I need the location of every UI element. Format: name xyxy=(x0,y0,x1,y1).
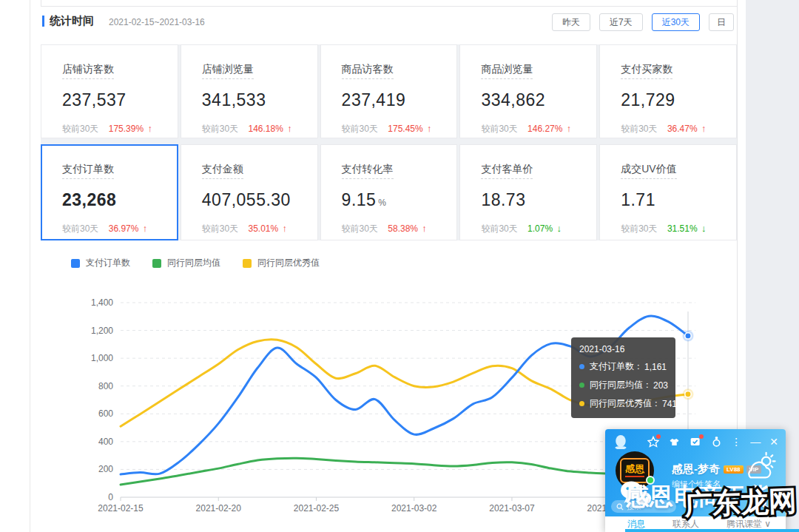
delta-percent: 35.01% xyxy=(249,223,279,234)
delta-percent: 1.07% xyxy=(527,223,553,234)
svg-text:2021-03-02: 2021-03-02 xyxy=(391,503,437,514)
metric-title: 支付转化率 xyxy=(342,163,394,179)
calendar-icon[interactable] xyxy=(690,436,702,448)
series-line-1 xyxy=(121,458,688,485)
metric-value: 237,537 xyxy=(62,90,170,110)
metric-card[interactable]: 商品访客数 237,419 较前30天 175.45% ↑ xyxy=(320,44,458,138)
metric-value: 18.73 xyxy=(481,190,589,210)
delta-arrow-icon: ↑ xyxy=(283,223,288,234)
legend-swatch xyxy=(71,259,80,268)
tooltip-date: 2021-03-16 xyxy=(579,344,667,354)
compare-label: 较前30天 xyxy=(202,124,238,134)
metric-title: 支付买家数 xyxy=(621,63,672,79)
svg-text:2021-02-15: 2021-02-15 xyxy=(98,503,144,514)
delta-arrow-icon: ↑ xyxy=(143,223,148,234)
delta-percent: 175.45% xyxy=(388,124,422,134)
metric-card[interactable]: 支付转化率 9.15% 较前30天 58.38% ↑ xyxy=(320,144,458,240)
metric-value: 23,268 xyxy=(62,190,170,210)
menu-dots-icon[interactable]: ⋮ xyxy=(731,437,741,447)
legend-label: 同行同层均值 xyxy=(167,257,220,269)
metric-card[interactable]: 支付买家数 21,729 较前30天 36.47% ↑ xyxy=(599,44,737,138)
compare-label: 较前30天 xyxy=(481,124,517,134)
metric-card[interactable]: 支付订单数 23,268 较前30天 36.97% ↑ xyxy=(41,144,178,240)
compare-label: 较前30天 xyxy=(342,124,378,134)
tooltip-series-label: 支付订单数 xyxy=(590,360,634,373)
metric-card[interactable]: 支付金额 407,055.30 较前30天 35.01% ↑ xyxy=(181,144,318,240)
delta-percent: 146.18% xyxy=(249,124,283,134)
metric-title: 店铺访客数 xyxy=(62,63,114,79)
legend-item[interactable]: 支付订单数 xyxy=(71,257,130,269)
metric-value: 9.15% xyxy=(342,190,450,210)
legend-label: 同行同层优秀值 xyxy=(257,257,320,269)
svg-text:1,200: 1,200 xyxy=(91,326,113,336)
delta-percent: 36.47% xyxy=(667,124,698,134)
time-range-buttons: 昨天近7天近30天日 xyxy=(552,13,734,31)
time-range-button[interactable]: 昨天 xyxy=(552,13,590,31)
close-icon[interactable]: ✕ xyxy=(769,437,778,447)
metric-card[interactable]: 成交UV价值 1.71 较前30天 31.51% ↓ xyxy=(599,144,737,240)
clothes-dressup-icon[interactable] xyxy=(668,437,681,447)
svg-text:200: 200 xyxy=(98,464,113,474)
section-accent-bar xyxy=(42,16,44,27)
delta-arrow-icon: ↑ xyxy=(287,123,292,134)
metric-delta: 较前30天 1.07% ↓ xyxy=(481,223,589,235)
delta-percent: 175.39% xyxy=(109,124,144,134)
time-range-button[interactable]: 近7天 xyxy=(599,13,643,31)
delta-percent: 31.51% xyxy=(667,223,698,234)
metric-title: 商品访客数 xyxy=(342,63,394,79)
delta-arrow-icon: ↑ xyxy=(567,123,572,134)
svg-text:2021-02-25: 2021-02-25 xyxy=(294,503,340,514)
delta-arrow-icon: ↑ xyxy=(427,123,432,134)
minimize-icon[interactable]: — xyxy=(750,437,761,447)
metric-delta: 较前30天 175.45% ↑ xyxy=(342,123,450,135)
metric-delta: 较前30天 35.01% ↑ xyxy=(202,223,310,235)
svg-text:广东龙网: 广东龙网 xyxy=(683,485,797,520)
tooltip-series-value: 1,161 xyxy=(644,362,667,372)
legend-item[interactable]: 同行同层优秀值 xyxy=(243,257,320,269)
metric-card[interactable]: 商品浏览量 334,862 较前30天 146.27% ↑ xyxy=(459,44,597,138)
svg-text:800: 800 xyxy=(98,381,113,391)
svg-text:1,000: 1,000 xyxy=(91,353,113,363)
metric-cards-grid: 店铺访客数 237,537 较前30天 175.39% ↑ 店铺浏览量 341,… xyxy=(41,44,737,240)
panel-corner xyxy=(41,0,41,7)
svg-text:2021-03-07: 2021-03-07 xyxy=(489,503,535,514)
delta-percent: 58.38% xyxy=(388,223,418,234)
tooltip-series-dot xyxy=(579,383,584,388)
metric-card[interactable]: 支付客单价 18.73 较前30天 1.07% ↓ xyxy=(459,144,597,240)
metric-card[interactable]: 店铺浏览量 341,533 较前30天 146.18% ↑ xyxy=(181,44,318,138)
date-range-label: 2021-02-15~2021-03-16 xyxy=(109,17,205,27)
tooltip-row: 支付订单数 ： 1,161 xyxy=(579,360,667,373)
tooltip-series-dot xyxy=(579,401,584,406)
tooltip-row: 同行同层优秀值 ： 741 xyxy=(579,397,667,410)
dashboard-screen: 统计时间 2021-02-15~2021-03-16 昨天近7天近30天日 店铺… xyxy=(0,0,799,532)
qq-bottom-strip xyxy=(625,529,799,532)
chart-tooltip: 2021-03-16 支付订单数 ： 1,161 同行同层均值 ： 203 同行… xyxy=(571,337,675,418)
time-range-button[interactable]: 近30天 xyxy=(652,13,700,31)
compare-label: 较前30天 xyxy=(62,124,98,134)
metric-title: 支付客单价 xyxy=(481,163,533,179)
metric-delta: 较前30天 175.39% ↑ xyxy=(62,123,170,135)
metric-delta: 较前30天 146.27% ↑ xyxy=(481,123,589,135)
svg-text:600: 600 xyxy=(98,408,113,419)
delta-arrow-icon: ↓ xyxy=(556,223,562,234)
compare-label: 较前30天 xyxy=(621,223,657,234)
compare-label: 较前30天 xyxy=(621,124,657,134)
svg-text:0: 0 xyxy=(108,492,113,502)
star-favorites-icon[interactable] xyxy=(647,436,659,448)
metric-value: 334,862 xyxy=(481,90,589,110)
metric-value: 407,055.30 xyxy=(202,190,310,210)
metric-title: 商品浏览量 xyxy=(481,63,533,79)
time-range-button[interactable]: 日 xyxy=(709,13,734,31)
panel-top-border xyxy=(41,6,737,7)
metric-card[interactable]: 店铺访客数 237,537 较前30天 175.39% ↑ xyxy=(41,44,178,138)
metric-delta: 较前30天 31.51% ↓ xyxy=(621,223,729,235)
legend-label: 支付订单数 xyxy=(86,257,130,269)
metric-value: 1.71 xyxy=(621,190,729,210)
delta-arrow-icon: ↑ xyxy=(422,223,427,234)
qq-logo-icon[interactable] xyxy=(614,434,627,449)
legend-item[interactable]: 同行同层均值 xyxy=(152,257,220,269)
metric-title: 支付金额 xyxy=(202,163,243,179)
delta-arrow-icon: ↑ xyxy=(701,123,707,134)
ring-medal-icon[interactable] xyxy=(711,436,722,448)
svg-text:1,400: 1,400 xyxy=(91,297,113,308)
